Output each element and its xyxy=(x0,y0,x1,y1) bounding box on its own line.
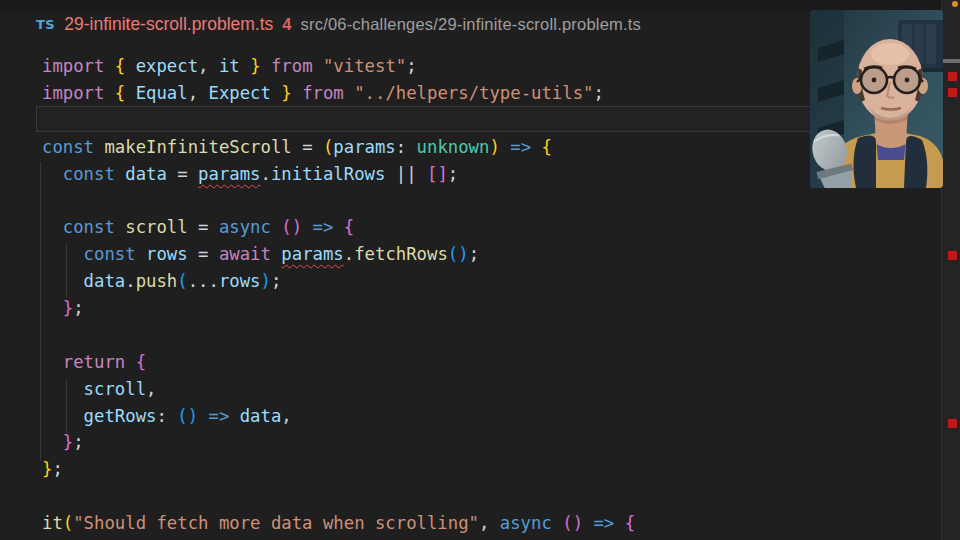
code-token: async xyxy=(209,217,271,237)
code-line: scroll, xyxy=(42,376,942,403)
code-token: import xyxy=(42,83,104,103)
code-token xyxy=(302,217,312,237)
code-token xyxy=(188,217,198,237)
code-token: scroll xyxy=(42,379,146,399)
code-token: expect xyxy=(125,56,198,76)
code-token xyxy=(42,298,63,318)
code-token xyxy=(614,513,624,533)
code-token xyxy=(104,83,114,103)
code-token: } xyxy=(63,432,73,452)
breadcrumb[interactable]: src/06-challenges/29-infinite-scroll.pro… xyxy=(301,15,641,34)
code-token: ) xyxy=(489,137,499,157)
code-token: const xyxy=(42,244,136,264)
code-token: params xyxy=(333,137,395,157)
code-token: () xyxy=(281,217,302,237)
code-token xyxy=(333,217,343,237)
code-token xyxy=(188,244,198,264)
code-token: = xyxy=(198,244,208,264)
code-token xyxy=(198,406,208,426)
code-token: ; xyxy=(593,83,603,103)
indent-guide xyxy=(40,162,41,461)
code-token: rows xyxy=(219,271,261,291)
code-line: import { expect, it } from "vitest"; xyxy=(42,53,942,80)
code-line: const scroll = async () => { xyxy=(42,214,942,241)
tab-bar[interactable]: TS 29-infinite-scroll.problem.ts 4 src/0… xyxy=(36,14,641,40)
code-token: , xyxy=(146,379,156,399)
code-token: import xyxy=(42,56,104,76)
code-token: "Should fetch more data when scrolling" xyxy=(73,513,479,533)
code-token: , xyxy=(188,83,198,103)
code-token: "../helpers/type-utils" xyxy=(354,83,593,103)
code-token: const xyxy=(42,164,115,184)
code-line: }; xyxy=(42,295,942,322)
code-token: scroll xyxy=(115,217,188,237)
tab-file-name[interactable]: 29-infinite-scroll.problem.ts xyxy=(64,14,273,35)
code-token: => xyxy=(593,513,614,533)
code-token: from xyxy=(292,83,344,103)
code-token: } xyxy=(63,298,73,318)
code-token: Equal xyxy=(125,83,187,103)
code-token: } xyxy=(42,459,52,479)
code-token xyxy=(313,56,323,76)
code-token: { xyxy=(625,513,635,533)
code-token xyxy=(104,56,114,76)
overview-ruler[interactable] xyxy=(941,0,960,540)
code-token: ; xyxy=(406,56,416,76)
code-token xyxy=(167,406,177,426)
code-token: ; xyxy=(448,164,458,184)
code-token xyxy=(552,513,562,533)
code-token xyxy=(385,164,395,184)
code-token: { xyxy=(541,137,551,157)
code-token xyxy=(271,244,281,264)
code-token xyxy=(167,164,177,184)
code-token: { xyxy=(344,217,354,237)
code-token: const xyxy=(42,217,115,237)
code-line xyxy=(42,187,942,214)
code-token: "vitest" xyxy=(323,56,406,76)
code-line: import { Equal, Expect } from "../helper… xyxy=(42,80,942,107)
code-token: it xyxy=(42,513,63,533)
code-token: { xyxy=(115,83,125,103)
error-marker[interactable] xyxy=(948,72,957,81)
code-token: unknown xyxy=(406,137,489,157)
code-token xyxy=(531,137,541,157)
error-marker[interactable] xyxy=(948,419,957,428)
code-token: = xyxy=(177,164,187,184)
code-token: ; xyxy=(271,271,281,291)
code-token: , xyxy=(479,513,489,533)
code-token: it xyxy=(209,56,240,76)
code-token xyxy=(500,137,510,157)
code-token xyxy=(583,513,593,533)
code-token: await xyxy=(208,244,270,264)
code-token: getRows xyxy=(42,406,156,426)
code-token: from xyxy=(261,56,313,76)
code-token xyxy=(42,432,63,452)
presenter-video xyxy=(810,10,943,188)
code-token: ( xyxy=(177,271,187,291)
code-token: () xyxy=(177,406,198,426)
error-marker[interactable] xyxy=(948,88,957,97)
code-token: => xyxy=(510,137,531,157)
error-underlined-token: params xyxy=(198,164,260,184)
code-token: async xyxy=(489,513,551,533)
code-token: . xyxy=(344,244,354,264)
code-token: fetchRows xyxy=(354,244,448,264)
code-line: it("Should fetch more data when scrollin… xyxy=(42,510,942,537)
tab-error-count-badge: 4 xyxy=(282,15,291,34)
code-editor[interactable]: import { expect, it } from "vitest";impo… xyxy=(42,53,942,537)
code-token: , xyxy=(198,56,208,76)
code-token: makeInfiniteScroll xyxy=(94,137,292,157)
code-token xyxy=(344,83,354,103)
code-token: , xyxy=(281,406,291,426)
code-token: || xyxy=(396,164,417,184)
code-token: data xyxy=(115,164,167,184)
code-token xyxy=(417,164,427,184)
minimap-slider[interactable] xyxy=(941,59,960,63)
code-line: const rows = await params.fetchRows(); xyxy=(42,241,942,268)
code-line: }; xyxy=(42,456,942,483)
code-token: { xyxy=(115,56,125,76)
code-line: return { xyxy=(42,349,942,376)
code-token: return xyxy=(42,352,125,372)
code-line xyxy=(42,107,942,134)
error-marker[interactable] xyxy=(948,251,957,260)
